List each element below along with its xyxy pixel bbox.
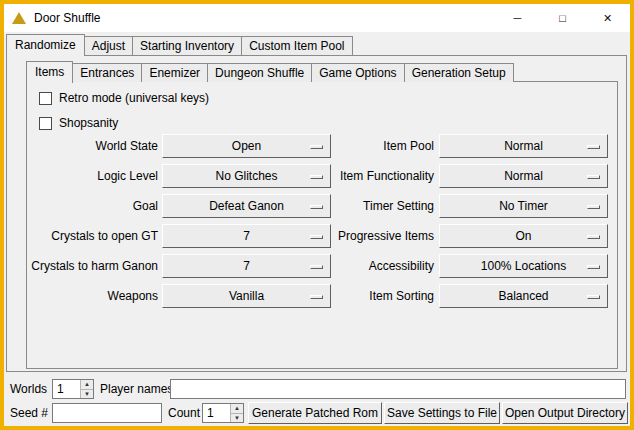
spin-up-icon[interactable]: ▲ <box>81 380 93 390</box>
goal-label: Goal <box>27 194 158 218</box>
progressive-items-value: On <box>515 229 531 243</box>
seed-input[interactable] <box>52 403 162 423</box>
count-spinner[interactable]: 1 ▲ ▼ <box>202 403 244 423</box>
maximize-button[interactable]: □ <box>540 4 585 32</box>
timer-setting-dropdown[interactable]: No Timer <box>439 194 608 218</box>
dropdown-indicator-icon <box>587 265 600 269</box>
retro-mode-checkbox[interactable] <box>39 92 52 105</box>
tab-game-options[interactable]: Game Options <box>311 63 404 82</box>
dropdown-indicator-icon <box>587 205 600 209</box>
crystals-ganon-label: Crystals to harm Ganon <box>27 254 158 278</box>
randomize-panel: Items Entrances Enemizer Dungeon Shuffle… <box>6 55 627 372</box>
item-sorting-label: Item Sorting <box>234 284 434 308</box>
client-area: Randomize Adjust Starting Inventory Cust… <box>4 32 630 426</box>
item-pool-value: Normal <box>504 139 543 153</box>
minimize-icon: ─ <box>514 12 522 24</box>
minimize-button[interactable]: ─ <box>495 4 540 32</box>
timer-setting-label: Timer Setting <box>234 194 434 218</box>
tab-entrances[interactable]: Entrances <box>72 63 142 82</box>
item-sorting-dropdown[interactable]: Balanced <box>439 284 608 308</box>
dropdown-indicator-icon <box>587 295 600 299</box>
spin-down-icon[interactable]: ▼ <box>231 414 243 423</box>
app-icon <box>12 11 28 25</box>
item-functionality-label: Item Functionality <box>234 164 434 188</box>
item-pool-label: Item Pool <box>234 134 434 158</box>
worlds-label: Worlds <box>10 378 47 400</box>
retro-mode-row: Retro mode (universal keys) <box>39 90 209 106</box>
logic-level-label: Logic Level <box>27 164 158 188</box>
world-state-label: World State <box>27 134 158 158</box>
tab-randomize[interactable]: Randomize <box>6 34 85 56</box>
titlebar[interactable]: Door Shuffle ─ □ ✕ <box>4 4 630 32</box>
tab-enemizer[interactable]: Enemizer <box>141 63 208 82</box>
dropdown-indicator-icon <box>587 235 600 239</box>
tab-starting-inventory[interactable]: Starting Inventory <box>132 36 242 55</box>
timer-setting-value: No Timer <box>499 199 548 213</box>
window-title: Door Shuffle <box>34 11 101 25</box>
accessibility-label: Accessibility <box>234 254 434 278</box>
item-functionality-dropdown[interactable]: Normal <box>439 164 608 188</box>
progressive-items-label: Progressive Items <box>234 224 434 248</box>
tab-generation-setup[interactable]: Generation Setup <box>404 63 514 82</box>
dropdown-indicator-icon <box>587 145 600 149</box>
shopsanity-row: Shopsanity <box>39 115 118 131</box>
shopsanity-label: Shopsanity <box>59 116 118 130</box>
tab-adjust[interactable]: Adjust <box>84 36 133 55</box>
player-names-input[interactable] <box>170 379 626 399</box>
worlds-spinner[interactable]: 1 ▲ ▼ <box>52 379 94 399</box>
inner-tab-bar: Items Entrances Enemizer Dungeon Shuffle… <box>26 61 514 82</box>
close-button[interactable]: ✕ <box>585 4 630 32</box>
outer-tab-bar: Randomize Adjust Starting Inventory Cust… <box>6 34 353 55</box>
crystals-gt-label: Crystals to open GT <box>27 224 158 248</box>
open-output-directory-button[interactable]: Open Output Directory <box>502 402 628 424</box>
progressive-items-dropdown[interactable]: On <box>439 224 608 248</box>
tab-items[interactable]: Items <box>26 61 73 83</box>
close-icon: ✕ <box>603 12 612 25</box>
tab-custom-item-pool[interactable]: Custom Item Pool <box>241 36 352 55</box>
count-label: Count <box>168 402 200 424</box>
item-functionality-value: Normal <box>504 169 543 183</box>
item-sorting-value: Balanced <box>498 289 548 303</box>
dropdown-indicator-icon <box>587 175 600 179</box>
accessibility-value: 100% Locations <box>481 259 566 273</box>
weapons-label: Weapons <box>27 284 158 308</box>
worlds-value: 1 <box>53 380 80 398</box>
item-pool-dropdown[interactable]: Normal <box>439 134 608 158</box>
count-value: 1 <box>203 404 230 422</box>
save-settings-button[interactable]: Save Settings to File <box>384 402 500 424</box>
accessibility-dropdown[interactable]: 100% Locations <box>439 254 608 278</box>
shopsanity-checkbox[interactable] <box>39 117 52 130</box>
seed-label: Seed # <box>10 402 48 424</box>
generate-patched-rom-button[interactable]: Generate Patched Rom <box>248 402 382 424</box>
tab-dungeon-shuffle[interactable]: Dungeon Shuffle <box>207 63 312 82</box>
spin-down-icon[interactable]: ▼ <box>81 390 93 399</box>
worlds-spinner-arrows: ▲ ▼ <box>80 380 93 398</box>
window-controls: ─ □ ✕ <box>495 4 630 32</box>
items-panel: Retro mode (universal keys) Shopsanity W… <box>26 81 618 369</box>
maximize-icon: □ <box>559 12 566 24</box>
app-window: Door Shuffle ─ □ ✕ Randomize Adjust Star… <box>0 0 634 430</box>
spin-up-icon[interactable]: ▲ <box>231 404 243 414</box>
player-names-label: Player names <box>100 378 173 400</box>
count-spinner-arrows: ▲ ▼ <box>230 404 243 422</box>
retro-mode-label: Retro mode (universal keys) <box>59 91 209 105</box>
